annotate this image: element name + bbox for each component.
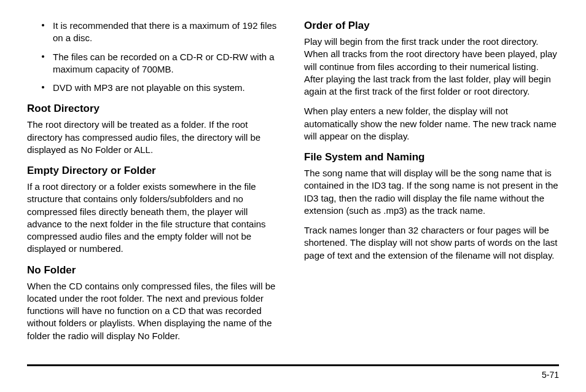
list-item-text: DVD with MP3 are not playable on this sy… — [53, 82, 245, 93]
bullet-icon — [42, 24, 44, 26]
body-text: Track names longer than 32 characters or… — [304, 224, 559, 262]
list-item: It is recommended that there is a maximu… — [43, 20, 282, 45]
manual-page: It is recommended that there is a maximu… — [0, 0, 586, 392]
page-footer: 5-71 — [27, 364, 559, 380]
body-text: The song name that will display will be … — [304, 167, 559, 217]
list-item: DVD with MP3 are not playable on this sy… — [43, 82, 282, 94]
heading-root-directory: Root Directory — [27, 103, 282, 115]
heading-order-of-play: Order of Play — [304, 20, 559, 32]
list-item: The files can be recorded on a CD-R or C… — [43, 51, 282, 76]
body-text: When the CD contains only compressed fil… — [27, 280, 282, 342]
body-text: The root directory will be treated as a … — [27, 119, 282, 156]
body-text: Play will begin from the first track und… — [304, 36, 559, 98]
bullet-icon — [42, 55, 44, 58]
left-column: It is recommended that there is a maximu… — [27, 20, 282, 350]
heading-file-system-naming: File System and Naming — [304, 151, 559, 163]
list-item-text: It is recommended that there is a maximu… — [53, 20, 276, 43]
footer-rule — [27, 364, 559, 366]
right-column: Order of Play Play will begin from the f… — [304, 20, 559, 350]
body-text: When play enters a new folder, the displ… — [304, 105, 559, 143]
list-item-text: The files can be recorded on a CD-R or C… — [53, 52, 275, 74]
bullet-list: It is recommended that there is a maximu… — [27, 20, 282, 94]
two-column-layout: It is recommended that there is a maximu… — [27, 20, 559, 350]
heading-empty-directory: Empty Directory or Folder — [27, 165, 282, 177]
page-number: 5-71 — [27, 370, 559, 380]
heading-no-folder: No Folder — [27, 264, 282, 276]
body-text: If a root directory or a folder exists s… — [27, 181, 282, 256]
bullet-icon — [42, 86, 44, 88]
